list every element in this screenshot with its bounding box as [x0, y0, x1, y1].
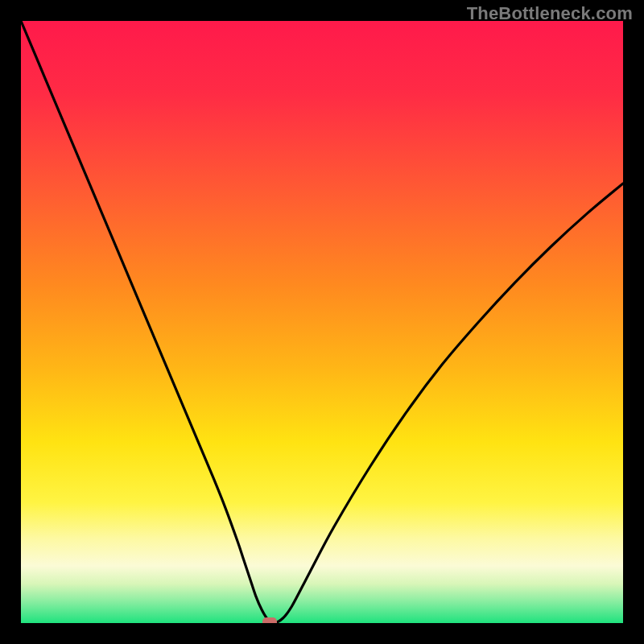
- gradient-background: [21, 21, 623, 623]
- plot-surface: [21, 21, 623, 623]
- plot-area: [21, 21, 623, 623]
- chart-stage: TheBottleneck.com: [0, 0, 644, 644]
- min-marker: [262, 617, 277, 623]
- watermark-text: TheBottleneck.com: [467, 3, 633, 24]
